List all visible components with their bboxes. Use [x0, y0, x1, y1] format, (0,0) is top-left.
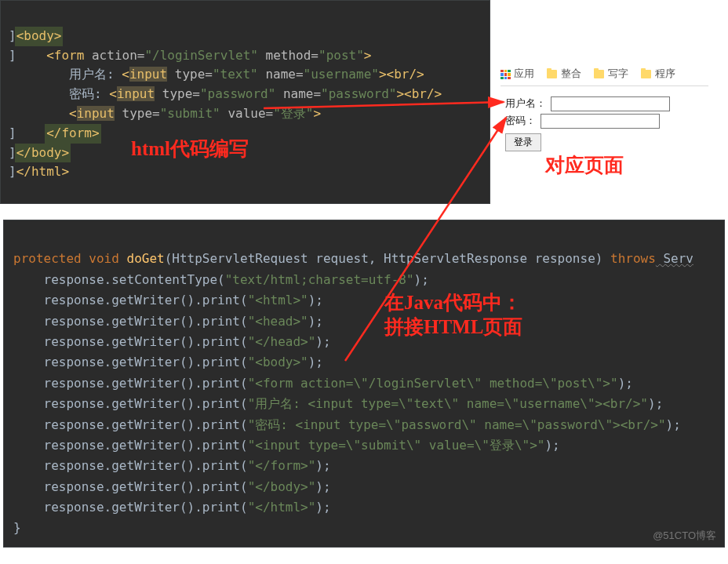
- form-row-user: 用户名：: [505, 96, 704, 111]
- java-line: response.getWriter().print("<body>");: [13, 355, 323, 369]
- browser-preview: 应用 整合 写字 程序 用户名： 密码： 登录: [500, 63, 708, 159]
- annotation-html: html代码编写: [131, 134, 249, 165]
- java-line: response.getWriter().print("<form action…: [13, 376, 633, 391]
- apps-icon: [500, 70, 510, 79]
- username-input[interactable]: [551, 96, 670, 111]
- folder-icon: [594, 70, 604, 78]
- code-text: ]<body>: [9, 28, 61, 43]
- hl-input: input: [77, 106, 115, 121]
- java-line: response.getWriter().print("</form>");: [13, 458, 331, 473]
- bookmark-folder-2[interactable]: 写字: [594, 67, 628, 81]
- bookmark-folder-1[interactable]: 整合: [547, 67, 581, 81]
- java-line: response.getWriter().print("</html>");: [13, 500, 331, 515]
- label-password: 密码：: [505, 115, 536, 128]
- bookmark-folder-3[interactable]: 程序: [641, 67, 675, 81]
- folder-icon: [547, 70, 557, 78]
- java-line: response.getWriter().print("用户名: <input …: [13, 396, 663, 411]
- apps-label: 应用: [514, 67, 534, 81]
- annotation-page: 对应页面: [545, 152, 624, 178]
- java-line: response.getWriter().print("<html>");: [13, 293, 323, 307]
- rendered-form: 用户名： 密码： 登录: [500, 86, 708, 159]
- java-line: response.getWriter().print("</body>");: [13, 479, 331, 494]
- folder-icon: [641, 70, 651, 78]
- hl-input: input: [117, 86, 155, 101]
- label-username: 用户名：: [505, 97, 546, 111]
- form-row-pass: 密码：: [505, 114, 704, 129]
- hl-input: input: [129, 67, 167, 82]
- java-line: response.getWriter().print("<head>");: [13, 314, 323, 329]
- password-input[interactable]: [541, 114, 660, 129]
- java-code-block: protected void doGet(HttpServletRequest …: [3, 220, 725, 548]
- annotation-java: 在Java代码中： 拼接HTML页面: [384, 290, 565, 340]
- bookmarks-bar: 应用 整合 写字 程序: [500, 63, 708, 86]
- java-line: response.getWriter().print("<input type=…: [13, 438, 560, 453]
- java-line: response.setContentType("text/html;chars…: [13, 272, 429, 287]
- login-button[interactable]: 登录: [505, 133, 541, 151]
- java-line: response.getWriter().print("</head>");: [13, 334, 331, 349]
- html-code-block: ]<body> ] <form action="/loginServlet" m…: [0, 0, 490, 204]
- watermark: @51CTO博客: [653, 527, 716, 544]
- apps-button[interactable]: 应用: [500, 67, 534, 81]
- java-line: response.getWriter().print("密码: <input t…: [13, 417, 681, 432]
